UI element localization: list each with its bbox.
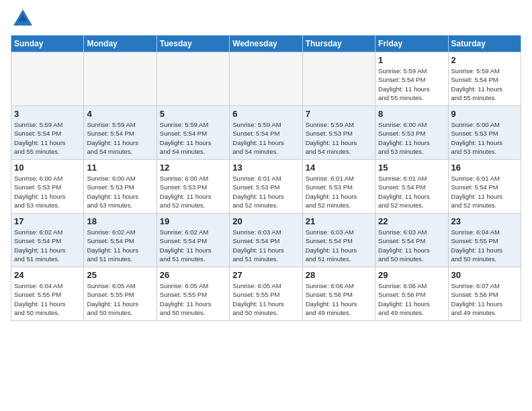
day-info: Sunrise: 6:04 AM Sunset: 5:55 PM Dayligh… xyxy=(14,281,81,317)
calendar-cell: 24Sunrise: 6:04 AM Sunset: 5:55 PM Dayli… xyxy=(11,267,84,321)
day-info: Sunrise: 6:01 AM Sunset: 5:54 PM Dayligh… xyxy=(451,174,518,210)
day-number: 27 xyxy=(232,270,299,280)
weekday-header-wednesday: Wednesday xyxy=(230,36,302,52)
day-number: 6 xyxy=(232,109,299,119)
logo xyxy=(11,7,38,31)
day-number: 20 xyxy=(232,216,299,226)
day-number: 18 xyxy=(87,216,153,226)
weekday-header-friday: Friday xyxy=(375,36,448,52)
calendar-cell: 22Sunrise: 6:03 AM Sunset: 5:54 PM Dayli… xyxy=(375,214,448,267)
day-number: 11 xyxy=(87,163,153,173)
day-info: Sunrise: 6:01 AM Sunset: 5:53 PM Dayligh… xyxy=(232,174,299,210)
day-number: 25 xyxy=(87,270,153,280)
calendar-cell xyxy=(302,52,375,106)
calendar-cell: 19Sunrise: 6:02 AM Sunset: 5:54 PM Dayli… xyxy=(157,214,229,267)
day-number: 29 xyxy=(378,270,445,280)
day-info: Sunrise: 5:59 AM Sunset: 5:54 PM Dayligh… xyxy=(378,66,445,102)
calendar-cell: 12Sunrise: 6:00 AM Sunset: 5:53 PM Dayli… xyxy=(157,160,229,214)
calendar-cell: 5Sunrise: 5:59 AM Sunset: 5:54 PM Daylig… xyxy=(157,106,229,160)
calendar-cell: 14Sunrise: 6:01 AM Sunset: 5:53 PM Dayli… xyxy=(302,160,375,214)
day-info: Sunrise: 6:01 AM Sunset: 5:54 PM Dayligh… xyxy=(378,174,445,210)
day-info: Sunrise: 5:59 AM Sunset: 5:54 PM Dayligh… xyxy=(232,120,299,156)
calendar-cell: 13Sunrise: 6:01 AM Sunset: 5:53 PM Dayli… xyxy=(230,160,302,214)
calendar-cell: 7Sunrise: 5:59 AM Sunset: 5:53 PM Daylig… xyxy=(302,106,375,160)
day-number: 15 xyxy=(378,163,445,173)
day-info: Sunrise: 6:00 AM Sunset: 5:53 PM Dayligh… xyxy=(378,120,445,156)
day-number: 22 xyxy=(378,216,445,226)
calendar-cell: 30Sunrise: 6:07 AM Sunset: 5:56 PM Dayli… xyxy=(448,267,521,321)
day-number: 4 xyxy=(87,109,153,119)
calendar-cell: 29Sunrise: 6:06 AM Sunset: 5:56 PM Dayli… xyxy=(375,267,448,321)
calendar-cell xyxy=(84,52,157,106)
day-number: 26 xyxy=(160,270,226,280)
calendar-cell: 11Sunrise: 6:00 AM Sunset: 5:53 PM Dayli… xyxy=(84,160,157,214)
day-number: 10 xyxy=(14,163,81,173)
svg-rect-2 xyxy=(17,21,28,26)
day-info: Sunrise: 6:00 AM Sunset: 5:53 PM Dayligh… xyxy=(160,174,226,210)
week-row-3: 10Sunrise: 6:00 AM Sunset: 5:53 PM Dayli… xyxy=(11,160,521,214)
day-number: 2 xyxy=(451,55,518,65)
day-number: 8 xyxy=(378,109,445,119)
calendar-cell: 18Sunrise: 6:02 AM Sunset: 5:54 PM Dayli… xyxy=(84,214,157,267)
day-number: 14 xyxy=(306,163,372,173)
weekday-header-sunday: Sunday xyxy=(11,36,84,52)
day-number: 12 xyxy=(160,163,226,173)
day-info: Sunrise: 6:03 AM Sunset: 5:54 PM Dayligh… xyxy=(378,228,445,263)
day-info: Sunrise: 6:03 AM Sunset: 5:54 PM Dayligh… xyxy=(232,228,299,263)
weekday-header-tuesday: Tuesday xyxy=(157,36,229,52)
calendar-cell: 8Sunrise: 6:00 AM Sunset: 5:53 PM Daylig… xyxy=(375,106,448,160)
day-info: Sunrise: 6:02 AM Sunset: 5:54 PM Dayligh… xyxy=(14,228,81,263)
day-info: Sunrise: 6:02 AM Sunset: 5:54 PM Dayligh… xyxy=(87,228,153,263)
calendar-cell: 16Sunrise: 6:01 AM Sunset: 5:54 PM Dayli… xyxy=(448,160,521,214)
calendar-cell: 15Sunrise: 6:01 AM Sunset: 5:54 PM Dayli… xyxy=(375,160,448,214)
week-row-2: 3Sunrise: 5:59 AM Sunset: 5:54 PM Daylig… xyxy=(11,106,521,160)
week-row-5: 24Sunrise: 6:04 AM Sunset: 5:55 PM Dayli… xyxy=(11,267,521,321)
calendar-cell: 2Sunrise: 5:59 AM Sunset: 5:54 PM Daylig… xyxy=(448,52,521,106)
day-info: Sunrise: 5:59 AM Sunset: 5:54 PM Dayligh… xyxy=(14,120,81,156)
day-info: Sunrise: 6:04 AM Sunset: 5:55 PM Dayligh… xyxy=(451,228,518,263)
weekday-header-thursday: Thursday xyxy=(302,36,375,52)
calendar-cell xyxy=(157,52,229,106)
day-number: 13 xyxy=(232,163,299,173)
day-number: 28 xyxy=(306,270,372,280)
day-info: Sunrise: 6:01 AM Sunset: 5:53 PM Dayligh… xyxy=(306,174,372,210)
day-number: 24 xyxy=(14,270,81,280)
day-info: Sunrise: 6:06 AM Sunset: 5:56 PM Dayligh… xyxy=(378,281,445,317)
day-info: Sunrise: 6:00 AM Sunset: 5:53 PM Dayligh… xyxy=(87,174,153,210)
calendar-cell: 10Sunrise: 6:00 AM Sunset: 5:53 PM Dayli… xyxy=(11,160,84,214)
calendar-cell: 28Sunrise: 6:06 AM Sunset: 5:56 PM Dayli… xyxy=(302,267,375,321)
logo-icon xyxy=(11,7,35,31)
calendar: SundayMondayTuesdayWednesdayThursdayFrid… xyxy=(11,35,521,321)
calendar-cell: 25Sunrise: 6:05 AM Sunset: 5:55 PM Dayli… xyxy=(84,267,157,321)
day-info: Sunrise: 6:07 AM Sunset: 5:56 PM Dayligh… xyxy=(451,281,518,317)
calendar-cell: 6Sunrise: 5:59 AM Sunset: 5:54 PM Daylig… xyxy=(230,106,302,160)
day-info: Sunrise: 6:05 AM Sunset: 5:55 PM Dayligh… xyxy=(232,281,299,317)
day-number: 16 xyxy=(451,163,518,173)
day-info: Sunrise: 6:03 AM Sunset: 5:54 PM Dayligh… xyxy=(306,228,372,263)
page: SundayMondayTuesdayWednesdayThursdayFrid… xyxy=(0,0,532,332)
day-number: 1 xyxy=(378,55,445,65)
day-info: Sunrise: 6:02 AM Sunset: 5:54 PM Dayligh… xyxy=(160,228,226,263)
day-info: Sunrise: 6:05 AM Sunset: 5:55 PM Dayligh… xyxy=(160,281,226,317)
day-number: 7 xyxy=(306,109,372,119)
day-number: 3 xyxy=(14,109,81,119)
day-info: Sunrise: 5:59 AM Sunset: 5:53 PM Dayligh… xyxy=(306,120,372,156)
calendar-cell xyxy=(11,52,84,106)
weekday-header-monday: Monday xyxy=(84,36,157,52)
day-number: 5 xyxy=(160,109,226,119)
week-row-4: 17Sunrise: 6:02 AM Sunset: 5:54 PM Dayli… xyxy=(11,214,521,267)
calendar-cell: 21Sunrise: 6:03 AM Sunset: 5:54 PM Dayli… xyxy=(302,214,375,267)
calendar-cell: 1Sunrise: 5:59 AM Sunset: 5:54 PM Daylig… xyxy=(375,52,448,106)
day-number: 21 xyxy=(306,216,372,226)
day-info: Sunrise: 5:59 AM Sunset: 5:54 PM Dayligh… xyxy=(87,120,153,156)
day-number: 9 xyxy=(451,109,518,119)
header xyxy=(11,7,521,31)
calendar-cell: 26Sunrise: 6:05 AM Sunset: 5:55 PM Dayli… xyxy=(157,267,229,321)
week-row-1: 1Sunrise: 5:59 AM Sunset: 5:54 PM Daylig… xyxy=(11,52,521,106)
day-info: Sunrise: 6:06 AM Sunset: 5:56 PM Dayligh… xyxy=(306,281,372,317)
day-number: 23 xyxy=(451,216,518,226)
weekday-header-saturday: Saturday xyxy=(448,36,521,52)
calendar-cell: 4Sunrise: 5:59 AM Sunset: 5:54 PM Daylig… xyxy=(84,106,157,160)
day-number: 19 xyxy=(160,216,226,226)
day-info: Sunrise: 6:00 AM Sunset: 5:53 PM Dayligh… xyxy=(451,120,518,156)
